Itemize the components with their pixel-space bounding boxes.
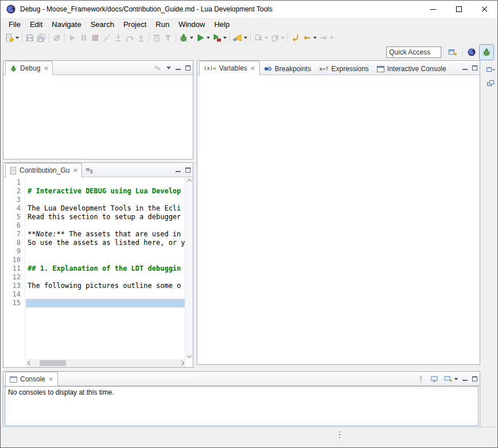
scroll-down-icon[interactable] (185, 352, 193, 359)
maximize-view-icon[interactable] (472, 65, 477, 71)
open-perspective-button[interactable] (445, 44, 460, 60)
debug-panel-toolbar (153, 61, 190, 75)
menu-window[interactable]: Window (174, 19, 209, 30)
disconnect-button[interactable] (101, 32, 112, 44)
last-edit-location-icon (291, 33, 300, 42)
tab-interactive-console[interactable]: Interactive Console (373, 63, 450, 75)
menu-project[interactable]: Project (119, 19, 151, 30)
trim-drag-handle[interactable] (339, 431, 340, 438)
terminate-button[interactable] (90, 32, 101, 44)
minimize-console-icon[interactable] (462, 376, 468, 381)
quick-access-field[interactable]: Quick Access (386, 46, 441, 58)
toolbar-separator (287, 33, 288, 43)
toolbar-separator (22, 33, 22, 43)
close-window-icon[interactable] (472, 1, 497, 18)
minimized-view-stack-button[interactable] (484, 77, 497, 89)
expressions-tab-label: Expressions (331, 65, 368, 73)
drop-to-frame-button[interactable] (151, 32, 162, 44)
scroll-left-icon[interactable] (26, 359, 33, 367)
back-button[interactable] (301, 32, 318, 44)
use-step-filters-icon (164, 33, 173, 42)
search-button[interactable] (232, 32, 248, 44)
close-console-tab-icon[interactable] (49, 377, 53, 381)
new-wizard-button[interactable] (3, 32, 20, 44)
skip-all-breakpoints-button[interactable] (51, 32, 63, 44)
previous-annotation-button[interactable] (269, 32, 286, 44)
editor-text-area[interactable]: # Interactive DEBUG using Lua Develop Th… (26, 177, 185, 359)
resume-button[interactable] (67, 32, 78, 44)
debug-view-content[interactable] (3, 75, 193, 159)
step-return-button[interactable] (135, 32, 147, 44)
suspend-button[interactable] (78, 32, 90, 44)
minimize-view-icon[interactable] (462, 65, 468, 71)
scroll-up-icon[interactable] (185, 177, 193, 185)
forward-button[interactable] (318, 32, 334, 44)
code-line (26, 196, 185, 204)
open-console-button[interactable] (443, 375, 458, 383)
toolbar-separator (250, 33, 251, 43)
horizontal-scroll-thumb[interactable] (40, 360, 66, 366)
window-controls (420, 1, 497, 18)
maximize-window-icon[interactable] (446, 1, 472, 18)
save-all-button[interactable] (36, 32, 47, 44)
minimized-view-restore-icon (486, 65, 496, 74)
toolbar-separator (176, 33, 176, 43)
tab-breakpoints[interactable]: Breakpoints (260, 63, 315, 75)
maximize-console-icon[interactable] (472, 376, 477, 381)
editor-tab-overflow[interactable]: » 5 (82, 165, 96, 177)
view-menu-icon[interactable] (166, 67, 171, 69)
tab-debug-view[interactable]: Debug (5, 61, 53, 75)
close-variables-tab-icon[interactable] (251, 66, 255, 71)
tab-expressions[interactable]: x=? Expressions (315, 63, 373, 75)
menu-navigate[interactable]: Navigate (47, 19, 85, 30)
pin-console-icon[interactable] (417, 375, 425, 383)
editor-vertical-scrollbar[interactable] (185, 177, 193, 359)
breakpoints-tab-label: Breakpoints (275, 65, 311, 73)
menu-help[interactable]: Help (209, 19, 234, 30)
use-step-filters-button[interactable] (162, 32, 174, 44)
save-button[interactable] (24, 32, 36, 44)
console-panel-toolbar (417, 372, 477, 386)
status-bar (1, 427, 497, 447)
debug-tab-label: Debug (20, 64, 40, 72)
menu-edit[interactable]: Edit (25, 19, 47, 30)
tab-contribution-guide[interactable]: Contribution_Gu (5, 163, 82, 177)
debug-button[interactable] (178, 32, 194, 44)
maximize-editor-icon[interactable] (185, 167, 190, 173)
interactive-console-icon (377, 66, 384, 72)
debug-perspective-button[interactable] (479, 44, 494, 60)
run-button[interactable] (194, 32, 211, 44)
variables-view-content[interactable] (197, 75, 480, 364)
editor-panel-toolbar (176, 163, 190, 177)
debug-view-panel: Debug (3, 60, 193, 159)
app-logo-icon[interactable] (6, 4, 16, 14)
toolbar-separator (443, 47, 443, 57)
debug-panel-header: Debug (3, 61, 193, 75)
tab-variables[interactable]: (x)= Variables (199, 61, 260, 75)
menu-file[interactable]: File (4, 19, 25, 30)
close-debug-tab-icon[interactable] (44, 66, 48, 71)
step-over-button[interactable] (124, 32, 135, 44)
maximize-view-icon[interactable] (185, 65, 190, 71)
menu-run[interactable]: Run (151, 19, 174, 30)
minimize-window-icon[interactable] (420, 1, 446, 18)
editor-horizontal-scrollbar[interactable] (26, 359, 185, 367)
scroll-right-icon[interactable] (178, 359, 185, 367)
minimize-editor-icon[interactable] (176, 167, 181, 173)
code-line (26, 247, 185, 256)
minimized-view-restore-button[interactable] (484, 64, 497, 75)
external-tools-button[interactable] (211, 32, 228, 44)
code-line (26, 221, 185, 230)
close-editor-tab-icon[interactable] (73, 168, 77, 173)
next-annotation-button[interactable] (252, 32, 269, 44)
last-edit-location-button[interactable] (290, 32, 301, 44)
minimize-view-icon[interactable] (176, 65, 181, 71)
tab-console[interactable]: Console (5, 372, 58, 386)
line-number-ruler[interactable]: 12 34 56 78 910 1112 1314 15 (3, 177, 25, 359)
menu-search[interactable]: Search (86, 19, 119, 30)
remove-all-terminated-icon[interactable] (153, 64, 162, 72)
step-into-button[interactable] (112, 32, 124, 44)
toolbar-separator (462, 47, 462, 57)
ldt-perspective-button[interactable] (464, 44, 479, 60)
display-selected-console-icon[interactable] (430, 375, 439, 383)
